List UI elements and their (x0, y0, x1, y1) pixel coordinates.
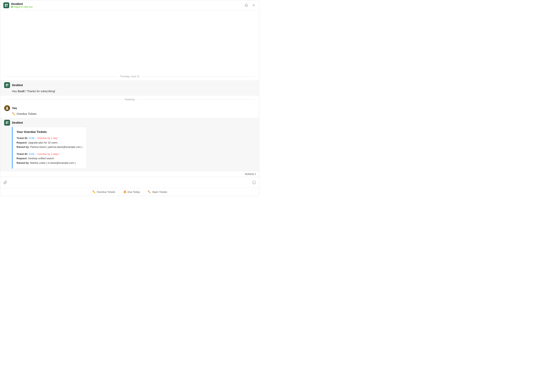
svg-rect-3 (7, 6, 8, 7)
svg-rect-12 (7, 121, 8, 122)
date-yesterday-text: Yesterday (124, 98, 135, 101)
actions-label: Actions (245, 172, 254, 176)
svg-rect-9 (7, 85, 8, 86)
empty-space (0, 10, 259, 73)
message-header-deskbot-tickets: Deskbot (4, 120, 255, 126)
header-title: Deskbot (11, 2, 33, 6)
nav-open-tickets[interactable]: ✏️ Open Tickets (148, 190, 167, 193)
ticket-message-body: Your Overdue Tickets Ticket ID: #130 - "… (4, 127, 255, 169)
svg-rect-2 (5, 6, 6, 7)
message-user-command: You ✏️ Overdue Tickets (0, 103, 259, 118)
svg-rect-13 (6, 123, 7, 124)
deskbot-avatar-2 (4, 120, 10, 126)
ticket-card: Your Overdue Tickets Ticket ID: #130 - "… (12, 127, 87, 169)
pencil-icon: ✏️ (12, 112, 15, 115)
nav-overdue-tickets[interactable]: ✏️ Overdue Tickets (92, 190, 115, 193)
header-actions (244, 3, 256, 8)
ticket-raised-label-1: Raised by: (17, 145, 29, 148)
user-avatar (4, 105, 10, 111)
message-deskbot-welcome: Deskbot Hey Scott ! Thanks for subscribi… (0, 80, 259, 96)
ticket-120-request-line: Request: Desktop unified search (17, 156, 83, 160)
date-divider-yesterday: Yesterday (0, 96, 259, 103)
header-subtitle: Happy to help you (11, 6, 33, 8)
date-divider-thursday: Thursday, June 13 (0, 73, 259, 80)
ticket-entry-120: Ticket ID: #120 - "overdue by 2 days" Re… (17, 152, 83, 165)
nav-due-today[interactable]: 🔥 Due Today (123, 190, 140, 193)
header-left: Deskbot Happy to help you (3, 2, 33, 8)
deskbot-sender-name: Deskbot (12, 84, 23, 87)
notification-bell-button[interactable] (244, 3, 249, 8)
overdue-label: Overdue Tickets (97, 190, 115, 193)
ticket-120-raised-line: Raised by: Martha Lewis ( m.lewis@exampl… (17, 161, 83, 165)
chevron-down-icon: ▾ (255, 173, 256, 175)
message-header-deskbot-welcome: Deskbot (4, 82, 255, 88)
colon-2: : Desktop unified search (26, 157, 54, 160)
ticket-id-label-1: Ticket ID: (17, 137, 28, 140)
divider-line-left (4, 77, 118, 77)
ticket-120-id-line: Ticket ID: #120 - "overdue by 2 days" (17, 152, 83, 156)
svg-point-10 (7, 107, 8, 108)
ticket-request-label-2: Request (17, 157, 26, 160)
divider-line-right (142, 77, 255, 77)
open-tickets-icon: ✏️ (148, 190, 151, 193)
ticket-120-overdue: "overdue by 2 days" (37, 153, 59, 155)
welcome-message-text: Hey Scott ! Thanks for subscribing! (12, 89, 255, 93)
ticket-130-raised-value: Patricia Davis ( patricia.davis@example.… (30, 145, 82, 148)
message-header-user: You (4, 105, 255, 111)
user-command-text: ✏️ Overdue Tickets (12, 112, 255, 115)
ticket-entry-130: Ticket ID: #130 - "overdue by 1 day" Req… (17, 136, 83, 149)
header-logo-icon (3, 2, 9, 8)
attach-button[interactable] (3, 180, 9, 185)
svg-rect-14 (7, 123, 8, 124)
bottom-nav: ✏️ Overdue Tickets 🔥 Due Today ✏️ Open T… (0, 188, 259, 196)
due-today-label: Due Today (128, 190, 140, 193)
ticket-130-overdue: "overdue by 1 day" (37, 137, 58, 140)
deskbot-avatar (4, 82, 10, 88)
chat-area: Thursday, June 13 Deskbot Hey Scott ! Th… (0, 10, 259, 171)
svg-rect-11 (6, 121, 7, 122)
message-deskbot-tickets: Deskbot Your Overdue Tickets Ticket ID: … (0, 118, 259, 171)
ticket-120-raised-value: Martha Lewis ( m.lewis@example.com ) (30, 162, 76, 164)
svg-point-15 (253, 181, 256, 184)
chat-header: Deskbot Happy to help you (0, 0, 259, 10)
input-area (0, 177, 259, 188)
open-tickets-label: Open Tickets (152, 190, 167, 193)
ticket-130-link[interactable]: #130 (29, 137, 35, 140)
ticket-130-request-line: Request: Upgrade plan for 10 users (17, 141, 83, 145)
svg-rect-7 (7, 84, 8, 85)
command-label: Overdue Tickets (17, 112, 36, 115)
emoji-button[interactable] (251, 180, 257, 185)
ticket-130-id-line: Ticket ID: #130 - "overdue by 1 day" (17, 136, 83, 140)
svg-rect-0 (5, 4, 6, 5)
actions-bar: Actions ▾ (0, 171, 259, 177)
ticket-request-label-1: Request (17, 141, 26, 144)
ticket-id-label-2: Ticket ID: (17, 153, 28, 155)
ticket-card-title: Your Overdue Tickets (17, 130, 83, 134)
user-sender-name: You (12, 107, 17, 110)
date-thursday-text: Thursday, June 13 (120, 75, 140, 78)
actions-button[interactable]: Actions ▾ (245, 172, 256, 176)
svg-rect-8 (6, 85, 7, 86)
header-title-group: Deskbot Happy to help you (11, 2, 33, 8)
user-avatar-image (4, 105, 10, 111)
ticket-130-raised-line: Raised by: Patricia Davis ( patricia.dav… (17, 145, 83, 149)
close-button[interactable] (251, 3, 256, 8)
due-today-icon: 🔥 (123, 190, 127, 193)
ticket-raised-label-2: Raised by: (17, 162, 29, 164)
colon-1: : Upgrade plan for 10 users (26, 141, 58, 144)
bold-scott: Scott (18, 90, 25, 93)
chat-input-field[interactable] (9, 181, 251, 184)
welcome-message-body: Hey Scott ! Thanks for subscribing! (4, 89, 255, 93)
svg-rect-1 (7, 4, 8, 5)
overdue-icon: ✏️ (92, 190, 96, 193)
user-message-body: ✏️ Overdue Tickets (4, 112, 255, 115)
ticket-120-link[interactable]: #120 (29, 153, 35, 155)
deskbot-sender-name-2: Deskbot (12, 121, 23, 124)
svg-rect-6 (6, 84, 7, 85)
